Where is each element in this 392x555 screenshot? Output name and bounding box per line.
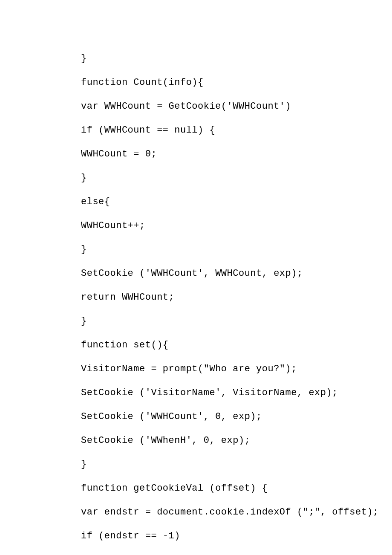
code-line: SetCookie ('WWHCount', 0, exp);	[81, 405, 349, 429]
code-line: }	[81, 47, 349, 71]
code-line: if (WWHCount == null) {	[81, 119, 349, 142]
code-line: SetCookie ('WWHCount', WWHCount, exp);	[81, 262, 349, 286]
code-line: }	[81, 309, 349, 333]
code-line: WWHCount++;	[81, 214, 349, 238]
code-line: function getCookieVal (offset) {	[81, 477, 349, 500]
code-line: var WWHCount = GetCookie('WWHCount')	[81, 95, 349, 119]
code-line: return WWHCount;	[81, 286, 349, 309]
code-line: SetCookie ('VisitorName', VisitorName, e…	[81, 381, 349, 405]
code-line: function set(){	[81, 333, 349, 357]
code-line: }	[81, 238, 349, 262]
code-line: if (endstr == -1)	[81, 524, 349, 548]
code-line: }	[81, 166, 349, 190]
code-line: VisitorName = prompt("Who are you?");	[81, 357, 349, 381]
code-line: endstr = document.cookie.length;	[81, 548, 349, 555]
code-line: else{	[81, 190, 349, 214]
code-line: }	[81, 453, 349, 477]
code-line: SetCookie ('WWhenH', 0, exp);	[81, 429, 349, 453]
code-document: } function Count(info){ var WWHCount = G…	[0, 0, 392, 555]
code-line: var endstr = document.cookie.indexOf (";…	[81, 500, 349, 524]
code-line: WWHCount = 0;	[81, 142, 349, 166]
code-line: function Count(info){	[81, 71, 349, 95]
